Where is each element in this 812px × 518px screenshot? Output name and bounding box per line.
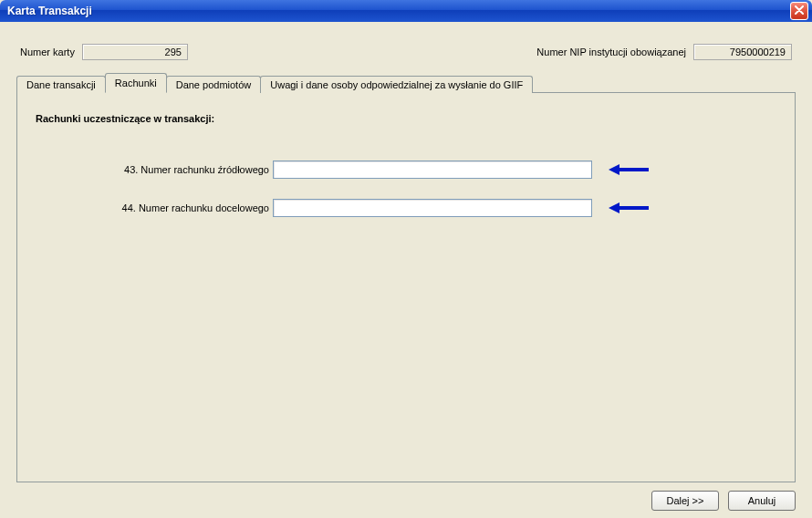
nip-label: Numer NIP instytucji obowiązanej <box>536 47 686 57</box>
nip-value <box>693 44 792 60</box>
card-number-label: Numer karty <box>20 47 75 57</box>
title-bar: Karta Transakcji <box>0 0 812 22</box>
target-account-input[interactable] <box>273 199 592 217</box>
nip-group: Numer NIP instytucji obowiązanej <box>536 44 792 60</box>
tab-dane-transakcji[interactable]: Dane transakcji <box>16 76 106 93</box>
cancel-button[interactable]: Anuluj <box>728 491 796 511</box>
section-title: Rachunki uczestniczące w transakcji: <box>36 113 776 124</box>
close-button[interactable] <box>790 2 808 20</box>
target-account-label: 44. Numer rachunku docelowego <box>36 202 273 213</box>
card-number-value <box>82 44 188 60</box>
card-number-group: Numer karty <box>20 44 188 60</box>
arrow-left-icon <box>609 201 651 215</box>
arrow-left-icon <box>609 162 651 177</box>
source-account-input[interactable] <box>273 161 592 179</box>
next-button[interactable]: Dalej >> <box>651 491 719 511</box>
close-icon <box>795 5 804 16</box>
tab-strip: Dane transakcji Rachunki Dane podmiotów … <box>16 73 796 93</box>
tab-rachunki[interactable]: Rachunki <box>105 73 167 93</box>
dialog-buttons: Dalej >> Anuluj <box>651 491 796 511</box>
header-fields: Numer karty Numer NIP instytucji obowiąz… <box>16 44 796 73</box>
svg-marker-1 <box>609 164 619 175</box>
tab-dane-podmiotow[interactable]: Dane podmiotów <box>166 76 262 93</box>
window-title: Karta Transakcji <box>7 5 92 17</box>
tab-uwagi-giif[interactable]: Uwagi i dane osoby odpowiedzialnej za wy… <box>260 76 533 93</box>
source-account-label: 43. Numer rachunku źródłowego <box>36 164 273 175</box>
tab-panel: Rachunki uczestniczące w transakcji: 43.… <box>16 92 796 482</box>
client-area: Numer karty Numer NIP instytucji obowiąz… <box>0 22 812 492</box>
svg-marker-3 <box>609 202 619 213</box>
row-target-account: 44. Numer rachunku docelowego <box>36 199 776 217</box>
row-source-account: 43. Numer rachunku źródłowego <box>36 161 776 179</box>
